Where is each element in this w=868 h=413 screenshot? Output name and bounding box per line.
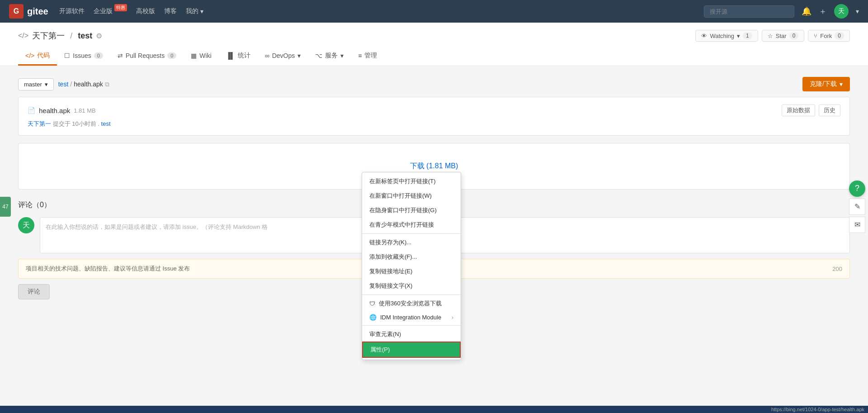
pr-badge: 0 [167, 52, 176, 59]
repo-owner[interactable]: 天下第一 [32, 30, 65, 41]
raw-data-button[interactable]: 原始数据 [782, 104, 815, 116]
context-menu-item-2[interactable]: 在隐身窗口中打开链接(G) [362, 203, 461, 218]
tab-stats[interactable]: ▐▌ 统计 [219, 47, 258, 66]
char-count: 200 [832, 266, 842, 272]
nav-opensource[interactable]: 开源软件 [59, 7, 85, 15]
plus-icon[interactable]: ＋ [819, 6, 827, 17]
context-menu-item-idm[interactable]: 🌐 IDM Integration Module › [362, 311, 461, 324]
context-menu-inspect[interactable]: 审查元素(N) [362, 327, 461, 342]
commit-dot: . [98, 120, 101, 127]
issues-tab-icon: ☐ [64, 52, 70, 59]
eye-icon: 👁 [701, 33, 707, 39]
repo-tabs: </> 代码 ☐ Issues 0 ⇄ Pull Requests 0 ▦ Wi… [18, 47, 850, 66]
idm-icon: 🌐 [369, 314, 377, 321]
star-icon: ☆ [768, 33, 773, 39]
context-menu-properties[interactable]: 属性(P) [362, 342, 461, 358]
logo-icon: G [9, 4, 24, 19]
left-float-counter[interactable]: 47 [0, 197, 11, 217]
notice-text: 项目相关的技术问题、缺陷报告、建议等信息请通过 Issue 发布 [26, 265, 190, 273]
manage-tab-icon: ≡ [358, 52, 362, 59]
file-type-icon: 📄 [28, 107, 35, 114]
code-tab-icon: </> [25, 52, 34, 59]
nav-blog[interactable]: 博客 [164, 7, 177, 15]
wiki-tab-icon: ▦ [191, 52, 197, 59]
file-size: 1.81 MB [74, 107, 95, 114]
nav-right: 🔔 ＋ 天 ▾ [704, 4, 859, 19]
comment-avatar: 天 [18, 217, 34, 233]
nav-university[interactable]: 高校版 [136, 7, 155, 15]
context-menu-item-1[interactable]: 在新窗口中打开链接(W) [362, 189, 461, 203]
code-icon: </> [18, 32, 28, 40]
bell-icon[interactable]: 🔔 [802, 6, 811, 16]
nav-enterprise[interactable]: 企业版 特惠 [94, 7, 127, 15]
watch-count: 1 [743, 32, 752, 39]
breadcrumb-file: health.apk [74, 81, 103, 88]
commit-author[interactable]: 天下第一 [28, 120, 51, 127]
avatar[interactable]: 天 [834, 4, 849, 19]
fork-icon: ⑂ [814, 33, 817, 39]
tab-issues[interactable]: ☐ Issues 0 [57, 47, 110, 65]
context-menu-item-5[interactable]: 添加到收藏夹(F)... [362, 250, 461, 264]
fork-button[interactable]: ⑂ Fork 0 [808, 30, 850, 42]
context-menu-item-4[interactable]: 链接另存为(K)... [362, 235, 461, 250]
pr-tab-icon: ⇄ [118, 52, 123, 59]
tab-services[interactable]: ⌥ 服务 ▾ [308, 47, 351, 66]
file-info-row: 📄 health.apk 1.81 MB 原始数据 历史 [28, 104, 840, 116]
tab-code[interactable]: </> 代码 [18, 47, 57, 66]
right-floats: ? ✎ ✉ [849, 180, 868, 233]
branch-select[interactable]: master ▾ [18, 78, 54, 90]
repo-actions: 👁 Watching ▾ 1 ☆ Star 0 ⑂ Fork 0 [695, 30, 850, 42]
submit-comment-button[interactable]: 评论 [18, 284, 50, 299]
logo[interactable]: G gitee [9, 4, 48, 19]
context-menu-sep-1 [362, 233, 461, 234]
repo-settings-icon[interactable]: ⚙ [96, 32, 102, 40]
enterprise-badge: 特惠 [114, 4, 127, 11]
breadcrumb-repo-link[interactable]: test [58, 81, 69, 88]
devops-tab-icon: ∞ [265, 52, 269, 59]
chat-icon: ✉ [854, 220, 860, 229]
context-menu-item-6[interactable]: 复制链接地址(E) [362, 264, 461, 279]
avatar-dropdown-icon[interactable]: ▾ [856, 8, 859, 15]
breadcrumb: test / health.apk ⧉ [58, 81, 109, 88]
download-link[interactable]: 下载 (1.81 MB) [410, 162, 458, 170]
tab-pullrequests[interactable]: ⇄ Pull Requests 0 [110, 47, 184, 65]
file-actions: 原始数据 历史 [782, 104, 840, 116]
context-menu-item-3[interactable]: 在青少年模式中打开链接 [362, 218, 461, 232]
context-menu-item-0[interactable]: 在新标签页中打开链接(T) [362, 174, 461, 189]
nav-links: 开源软件 企业版 特惠 高校版 博客 我的 ▾ [59, 7, 203, 15]
context-menu-sep-2 [362, 294, 461, 295]
history-button[interactable]: 历史 [819, 104, 840, 116]
context-menu: 在新标签页中打开链接(T) 在新窗口中打开链接(W) 在隐身窗口中打开链接(G)… [362, 172, 461, 360]
stats-tab-icon: ▐▌ [226, 52, 235, 59]
commit-message[interactable]: test [101, 120, 111, 127]
tab-wiki[interactable]: ▦ Wiki [184, 47, 218, 65]
edit-float-button[interactable]: ✎ [849, 199, 865, 215]
tab-manage[interactable]: ≡ 管理 [351, 47, 384, 66]
help-float-button[interactable]: ? [849, 180, 865, 197]
watch-button[interactable]: 👁 Watching ▾ 1 [695, 30, 758, 42]
copy-path-icon[interactable]: ⧉ [105, 81, 109, 88]
commit-info: 天下第一 提交于 10小时前 . test [28, 120, 840, 128]
repo-separator: / [70, 31, 72, 41]
repo-name[interactable]: test [78, 31, 92, 41]
search-input[interactable] [704, 5, 794, 18]
file-card: 📄 health.apk 1.81 MB 原始数据 历史 天下第一 提交于 10… [18, 97, 850, 136]
clone-download-button[interactable]: 克隆/下载 ▾ [802, 77, 850, 91]
branch-dropdown-icon: ▾ [45, 81, 48, 88]
edit-icon: ✎ [854, 202, 860, 211]
file-path-left: master ▾ test / health.apk ⧉ [18, 78, 109, 90]
clone-dropdown-icon: ▾ [840, 81, 843, 88]
repo-header: </> 天下第一 / test ⚙ 👁 Watching ▾ 1 ☆ Star … [0, 23, 868, 66]
fork-count: 0 [835, 32, 844, 39]
context-menu-item-7[interactable]: 复制链接文字(X) [362, 279, 461, 293]
nav-mine[interactable]: 我的 ▾ [186, 7, 203, 15]
repo-title-row: </> 天下第一 / test ⚙ 👁 Watching ▾ 1 ☆ Star … [18, 30, 850, 42]
context-menu-item-8[interactable]: 🛡 使用360安全浏览器下载 [362, 296, 461, 311]
file-name-area: 📄 health.apk 1.81 MB [28, 107, 96, 114]
file-name: health.apk [39, 107, 70, 114]
commit-time-text: 提交于 10小时前 [53, 120, 96, 127]
site-name: gitee [27, 6, 48, 17]
tab-devops[interactable]: ∞ DevOps ▾ [258, 47, 308, 65]
star-button[interactable]: ☆ Star 0 [762, 30, 805, 42]
chat-float-button[interactable]: ✉ [849, 217, 865, 233]
